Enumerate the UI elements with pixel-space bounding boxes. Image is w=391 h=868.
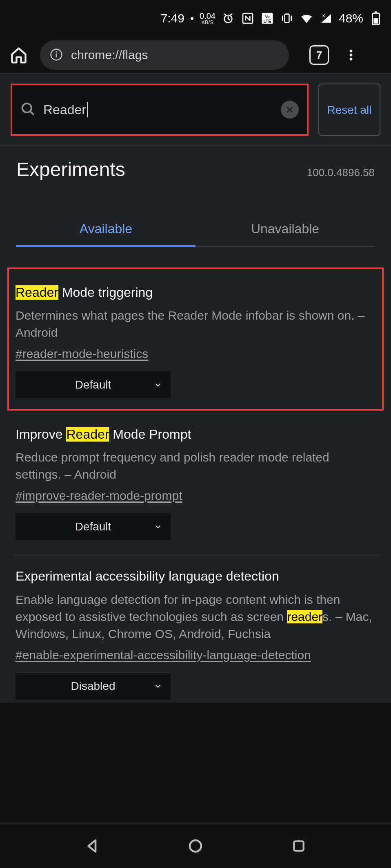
search-icon — [20, 102, 37, 118]
svg-point-13 — [350, 50, 353, 53]
flags-list: Reader Mode triggering Determines what p… — [0, 247, 391, 703]
flag-item-reader-mode-heuristics: Reader Mode triggering Determines what p… — [11, 272, 380, 413]
flag-value-select[interactable]: Disabled — [16, 673, 171, 700]
home-button[interactable] — [7, 44, 30, 66]
chevron-down-icon — [153, 522, 162, 531]
menu-button[interactable] — [341, 45, 361, 65]
flags-page: Reader Reset all Experiments 100.0.4896.… — [0, 73, 391, 703]
search-value: Reader — [43, 102, 274, 117]
svg-line-17 — [30, 111, 33, 115]
flag-title: Reader Mode triggering — [16, 284, 375, 301]
status-clock: 7:49 — [161, 11, 184, 25]
match-highlight: Reader — [16, 285, 58, 300]
flag-hash-link[interactable]: #enable-experimental-accessibility-langu… — [16, 648, 311, 662]
search-row: Reader Reset all — [0, 74, 391, 146]
flag-value-text: Default — [75, 520, 111, 533]
chevron-down-icon — [153, 682, 162, 691]
nav-recents-button[interactable] — [288, 835, 309, 857]
nav-back-button[interactable] — [82, 835, 103, 857]
svg-point-14 — [350, 54, 353, 57]
svg-point-15 — [350, 58, 353, 61]
match-highlight: reader — [287, 610, 322, 623]
nav-home-button[interactable] — [185, 835, 206, 857]
flag-description: Enable language detection for in-page co… — [16, 591, 375, 643]
tab-count: 7 — [316, 49, 322, 62]
chevron-down-icon — [153, 380, 162, 389]
site-info-icon[interactable] — [50, 48, 64, 62]
flag-title: Experimental accessibility language dete… — [16, 568, 375, 585]
svg-point-21 — [190, 840, 201, 852]
svg-rect-9 — [373, 18, 378, 24]
flag-hash-link[interactable]: #reader-mode-heuristics — [16, 347, 148, 361]
android-status-bar: 7:49 • 0.04 KB/S VoLTE x 48% — [0, 0, 391, 37]
volte-icon: VoLTE — [260, 11, 274, 25]
flag-description: Determines what pages the Reader Mode in… — [16, 307, 375, 341]
wifi-icon — [300, 11, 313, 25]
flag-item-improve-reader-mode-prompt: Improve Reader Mode Prompt Reduce prompt… — [11, 413, 380, 555]
android-nav-bar — [0, 823, 391, 868]
page-title: Experiments — [16, 158, 125, 181]
reset-all-button[interactable]: Reset all — [318, 84, 380, 136]
battery-icon — [369, 11, 383, 25]
svg-text:Vo: Vo — [265, 15, 270, 19]
svg-text:LTE: LTE — [263, 19, 271, 24]
flag-item-accessibility-language-detection: Experimental accessibility language dete… — [11, 555, 380, 702]
cell-signal-icon: x — [319, 11, 333, 25]
chrome-version: 100.0.4896.58 — [307, 166, 375, 179]
svg-rect-8 — [375, 11, 377, 13]
tab-unavailable[interactable]: Unavailable — [196, 213, 375, 246]
tab-switcher-button[interactable]: 7 — [309, 45, 329, 65]
page-header: Experiments 100.0.4896.58 — [0, 146, 391, 197]
alarm-icon — [221, 11, 235, 25]
text-cursor — [87, 102, 88, 117]
status-net-speed: 0.04 KB/S — [200, 12, 215, 25]
flag-value-text: Disabled — [71, 680, 116, 693]
clear-search-button[interactable] — [281, 101, 299, 119]
url-text: chrome://flags — [71, 48, 148, 62]
svg-rect-22 — [294, 841, 303, 850]
battery-percent: 48% — [339, 11, 363, 25]
url-bar[interactable]: chrome://flags — [40, 40, 289, 70]
flag-hash-link[interactable]: #improve-reader-mode-prompt — [16, 489, 182, 503]
status-separator-dot: • — [190, 12, 194, 25]
svg-rect-5 — [285, 14, 289, 22]
flag-tabs: Available Unavailable — [16, 213, 375, 247]
flag-search-input[interactable]: Reader — [11, 84, 309, 136]
flag-description: Reduce prompt frequency and polish reade… — [16, 449, 375, 483]
flag-value-select[interactable]: Default — [16, 371, 171, 398]
flag-value-select[interactable]: Default — [16, 513, 171, 540]
vibrate-icon — [280, 11, 294, 25]
match-highlight: Reader — [66, 427, 109, 442]
flag-value-text: Default — [75, 378, 111, 391]
flag-title: Improve Reader Mode Prompt — [16, 426, 375, 443]
browser-toolbar: chrome://flags 7 — [0, 37, 391, 73]
svg-marker-20 — [88, 840, 96, 852]
svg-point-12 — [56, 51, 57, 53]
svg-text:x: x — [322, 12, 325, 18]
nfc-icon — [241, 11, 255, 25]
tab-available[interactable]: Available — [16, 213, 196, 246]
